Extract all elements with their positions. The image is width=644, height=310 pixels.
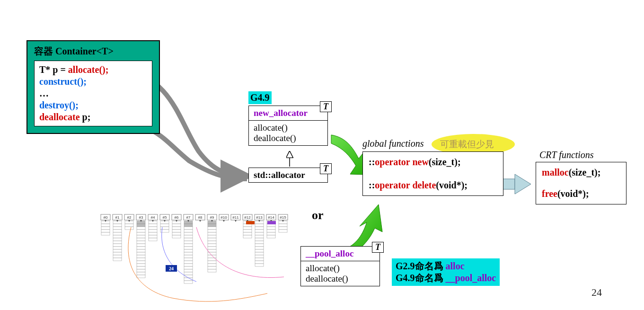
code-l5: deallocate p; [39, 111, 147, 123]
new-allocator-m2: deallocate() [254, 133, 323, 143]
svg-rect-38 [101, 230, 110, 232]
svg-rect-56 [125, 227, 133, 230]
svg-text:#5: #5 [163, 215, 167, 220]
svg-rect-86 [160, 227, 169, 230]
svg-rect-64 [137, 241, 145, 244]
code-l3: … [39, 88, 147, 99]
svg-rect-151 [255, 252, 264, 255]
svg-rect-143 [255, 230, 264, 232]
global-functions-highlight: 可重載但少見 [440, 138, 494, 151]
new-allocator-body: allocate() deallocate() [249, 121, 327, 145]
container-title-zh: 容器 [34, 46, 55, 56]
svg-text:#0: #0 [104, 215, 108, 220]
svg-rect-63 [137, 238, 145, 241]
svg-rect-115 [184, 281, 193, 283]
svg-rect-163 [279, 224, 287, 227]
svg-text:#2: #2 [127, 215, 132, 220]
svg-rect-158 [267, 227, 275, 230]
crt-label: CRT functions [539, 150, 594, 160]
crt-box: malloc(size_t); free(void*); [536, 162, 626, 204]
svg-rect-105 [184, 252, 193, 255]
svg-text:#10: #10 [221, 215, 227, 220]
std-allocator-T: T [320, 163, 332, 174]
code-l4: destroy(); [39, 99, 147, 111]
svg-rect-100 [184, 238, 193, 241]
global-op-new: ::operator new(size_t); [369, 157, 497, 168]
svg-rect-60 [137, 230, 145, 232]
svg-rect-107 [184, 258, 193, 261]
std-allocator-box: std::allocator [248, 168, 328, 183]
svg-rect-139 [243, 235, 252, 238]
svg-rect-119 [208, 230, 216, 232]
g49-badge: G4.9 [248, 91, 272, 104]
svg-rect-95 [184, 224, 193, 227]
svg-rect-83 [149, 238, 157, 241]
svg-rect-122 [208, 238, 216, 241]
svg-rect-50 [113, 249, 122, 252]
svg-rect-141 [255, 224, 264, 227]
container-title-en: Container<T> [55, 46, 114, 56]
svg-rect-103 [184, 247, 193, 249]
crt-malloc: malloc(size_t); [542, 167, 620, 178]
svg-rect-108 [184, 261, 193, 264]
svg-text:#4: #4 [151, 215, 155, 220]
svg-rect-85 [160, 224, 169, 227]
svg-rect-102 [184, 244, 193, 247]
svg-rect-62 [137, 235, 145, 238]
naming-g49: G4.9命名爲 __pool_alloc [396, 272, 496, 284]
svg-rect-133 [208, 269, 216, 272]
svg-rect-73 [137, 266, 145, 269]
new-allocator-T: T [320, 101, 332, 112]
pool-alloc-box: __pool_alloc allocate() deallocate() [300, 246, 380, 286]
svg-rect-61 [137, 232, 145, 235]
freelist-diagram: #0#1#2#3#4#5#6#7#8#9#10#11#12#13#14#15 2… [97, 211, 296, 305]
svg-rect-121 [208, 235, 216, 238]
svg-rect-99 [184, 235, 193, 238]
svg-rect-150 [255, 249, 264, 252]
pool-alloc-name: __pool_alloc [301, 247, 379, 261]
svg-rect-53 [113, 258, 122, 261]
svg-rect-69 [137, 255, 145, 258]
svg-rect-72 [137, 264, 145, 266]
svg-text:#8: #8 [198, 215, 203, 220]
svg-rect-58 [137, 224, 145, 227]
svg-rect-49 [113, 247, 122, 249]
svg-rect-92 [172, 232, 181, 235]
svg-text:#15: #15 [280, 215, 286, 220]
svg-rect-93 [172, 235, 181, 238]
global-functions-box: ::operator new(size_t); ::operator delet… [362, 151, 503, 196]
crt-free: free(void*); [542, 188, 620, 199]
svg-rect-68 [137, 252, 145, 255]
svg-text:#6: #6 [175, 215, 179, 220]
new-allocator-name: new_allocator [249, 106, 327, 121]
container-code: T* p = allocate(); construct(); … destro… [34, 61, 152, 126]
svg-rect-155 [255, 264, 264, 266]
svg-text:#13: #13 [256, 215, 263, 220]
svg-rect-110 [184, 266, 193, 269]
global-op-delete: ::operator delete(void*); [369, 180, 497, 191]
svg-rect-66 [137, 247, 145, 249]
svg-rect-160 [267, 232, 275, 235]
svg-text:#14: #14 [268, 215, 274, 220]
svg-rect-71 [137, 261, 145, 264]
svg-rect-79 [149, 227, 157, 230]
svg-rect-52 [113, 255, 122, 258]
std-allocator-name: std::allocator [249, 168, 327, 182]
svg-rect-101 [184, 241, 193, 244]
svg-rect-131 [208, 264, 216, 266]
code-l2: construct(); [39, 76, 147, 88]
svg-rect-39 [101, 232, 110, 235]
svg-rect-44 [113, 232, 122, 235]
svg-text:#9: #9 [210, 215, 214, 220]
svg-rect-78 [149, 224, 157, 227]
svg-rect-82 [149, 235, 157, 238]
svg-rect-90 [172, 227, 181, 230]
global-functions-label: global functions [362, 138, 423, 149]
svg-rect-96 [184, 227, 193, 230]
svg-rect-124 [208, 244, 216, 247]
naming-g29: G2.9命名爲 alloc [396, 260, 496, 272]
svg-rect-70 [137, 258, 145, 261]
svg-rect-126 [208, 249, 216, 252]
svg-rect-89 [172, 224, 181, 227]
svg-rect-98 [184, 232, 193, 235]
